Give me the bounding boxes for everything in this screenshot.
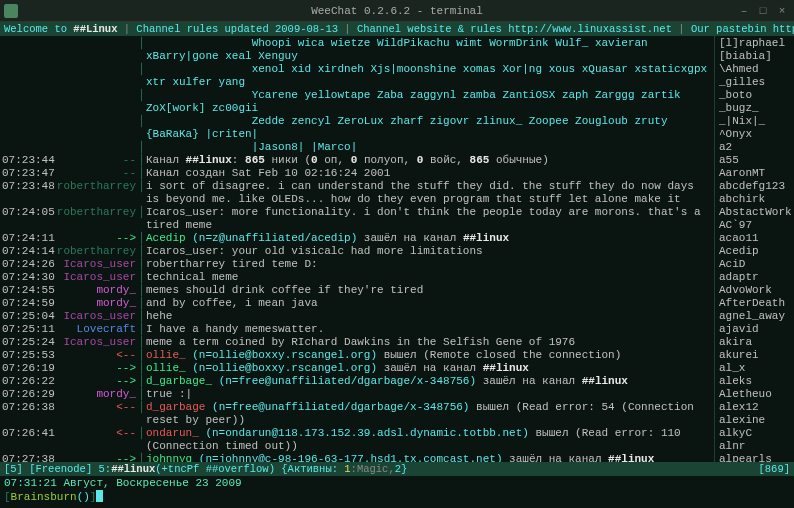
input-modes: (): [77, 490, 90, 504]
input-nick: Brainsburn: [11, 490, 77, 504]
chat-line: 07:26:41<-- │ ondarun_ (n=ondarun@118.17…: [2, 427, 712, 453]
chat-line: 07:26:19--> │ ollie_ (n=ollie@boxxy.rsca…: [2, 362, 712, 375]
nick-item[interactable]: al_x: [719, 362, 790, 375]
chat-line: │ Zedde zencyl ZeroLux zharf zigovr zlin…: [2, 115, 712, 141]
chat-line: │ Whoopi wica wietze WildPikachu wimt Wo…: [2, 37, 712, 63]
chat-line: │ Ycarene yellowtape Zaba zaggynl zamba …: [2, 89, 712, 115]
nick-item[interactable]: AfterDeath: [719, 297, 790, 310]
status-modes: (+tncPf ##overflow): [155, 463, 275, 475]
topic-channel: ##Linux: [73, 23, 117, 35]
chat-line: 07:24:05robertharrey │ Icaros_user: more…: [2, 206, 712, 232]
status-act-name: :Magic,: [351, 463, 395, 475]
maximize-button[interactable]: □: [755, 4, 771, 18]
topic-welcome: Welcome to: [4, 23, 67, 35]
chat-line: 07:26:29mordy_ │ true :|: [2, 388, 712, 401]
nick-item[interactable]: AciD: [719, 258, 790, 271]
nick-item[interactable]: Acedip: [719, 245, 790, 258]
chat-line: 07:24:59mordy_ │ and by coffee, i mean j…: [2, 297, 712, 310]
chat-line: 07:25:04Icaros_user │ hehe: [2, 310, 712, 323]
nick-list[interactable]: [l]raphael[biabia]\Ahmed_gilles_boto_bug…: [714, 36, 794, 462]
main-area: │ Whoopi wica wietze WildPikachu wimt Wo…: [0, 36, 794, 462]
chat-line: 07:24:55mordy_ │ memes should drink coff…: [2, 284, 712, 297]
chat-line: 07:26:38<-- │ d_garbage (n=free@unaffili…: [2, 401, 712, 427]
chat-line: 07:25:53<-- │ ollie_ (n=ollie@boxxy.rsca…: [2, 349, 712, 362]
close-button[interactable]: ×: [774, 4, 790, 18]
nick-item[interactable]: a55: [719, 154, 790, 167]
date-line: 07:31:21 Август, Воскресенье 23 2009: [0, 476, 794, 490]
status-bar: [5] [Freenode] 5:##linux(+tncPf ##overfl…: [0, 462, 794, 476]
minimize-button[interactable]: –: [736, 4, 752, 18]
nick-item[interactable]: _gilles: [719, 76, 790, 89]
nick-item[interactable]: a2: [719, 141, 790, 154]
nick-item[interactable]: ^Onyx: [719, 128, 790, 141]
chat-line: 07:24:14robertharrey │ Icaros_user: your…: [2, 245, 712, 258]
nick-item[interactable]: AaronMT: [719, 167, 790, 180]
nick-item[interactable]: akira: [719, 336, 790, 349]
chat-line: │ xenol xid xirdneh Xjs|moonshine xomas …: [2, 63, 712, 89]
chat-line: 07:25:24Icaros_user │ meme a term coined…: [2, 336, 712, 349]
nick-item[interactable]: akurei: [719, 349, 790, 362]
nick-item[interactable]: alex12: [719, 401, 790, 414]
chat-line: 07:26:22--> │ d_garbage_ (n=free@unaffil…: [2, 375, 712, 388]
chat-line: 07:24:26Icaros_user │ robertharrey tired…: [2, 258, 712, 271]
topic-rules: Channel rules updated 2009-08-13: [136, 23, 338, 35]
chat-line: 07:25:11Lovecraft │ I have a handy memes…: [2, 323, 712, 336]
nick-item[interactable]: AdvoWork: [719, 284, 790, 297]
nick-item[interactable]: abcdefg123: [719, 180, 790, 193]
input-cursor: [96, 490, 103, 502]
chat-line: 07:27:38--> │ johnnyg (n=johnny@c-98-196…: [2, 453, 712, 462]
nick-item[interactable]: alkyC: [719, 427, 790, 440]
chat-line: │ |Jason8| |Marco|: [2, 141, 712, 154]
nick-item[interactable]: AbstactWork: [719, 206, 790, 219]
status-channel: ##linux: [111, 463, 155, 475]
nick-item[interactable]: [biabia]: [719, 50, 790, 63]
window-title: WeeChat 0.2.6.2 - terminal: [311, 5, 483, 17]
nick-item[interactable]: alnr: [719, 440, 790, 453]
nick-item[interactable]: AC`97: [719, 219, 790, 232]
chat-line: 07:23:47-- │ Канал создан Sat Feb 10 02:…: [2, 167, 712, 180]
nick-item[interactable]: acao11: [719, 232, 790, 245]
nick-item[interactable]: agnel_away: [719, 310, 790, 323]
chat-buffer[interactable]: │ Whoopi wica wietze WildPikachu wimt Wo…: [0, 36, 714, 462]
topic-pastebin: Our pastebin http://: [691, 23, 794, 35]
nick-item[interactable]: alexine: [719, 414, 790, 427]
chat-line: 07:24:30Icaros_user │ technical meme: [2, 271, 712, 284]
nick-item[interactable]: aleks: [719, 375, 790, 388]
chat-line: 07:24:11--> │ Acedip (n=z@unaffiliated/a…: [2, 232, 712, 245]
nick-item[interactable]: adaptr: [719, 271, 790, 284]
nick-item[interactable]: _|Nix|_: [719, 115, 790, 128]
app-icon: [4, 4, 18, 18]
nick-item[interactable]: abchirk: [719, 193, 790, 206]
status-nick-count: [869]: [758, 463, 790, 475]
window-controls: – □ ×: [736, 4, 790, 18]
chat-line: 07:23:48robertharrey │ i sort of disagre…: [2, 180, 712, 206]
nick-item[interactable]: Aletheuo: [719, 388, 790, 401]
nick-item[interactable]: ajavid: [719, 323, 790, 336]
topic-website: Channel website & rules http://www.linux…: [357, 23, 672, 35]
channel-topic-bar: Welcome to ##Linux | Channel rules updat…: [0, 22, 794, 36]
nick-item[interactable]: [l]raphael: [719, 37, 790, 50]
input-bar[interactable]: [Brainsburn()]: [0, 490, 794, 504]
nick-item[interactable]: _boto: [719, 89, 790, 102]
window-titlebar: WeeChat 0.2.6.2 - terminal – □ ×: [0, 0, 794, 22]
chat-line: 07:23:44-- │ Канал ##linux: 865 ники (0 …: [2, 154, 712, 167]
status-active-label: {Активны:: [281, 463, 344, 475]
nick-item[interactable]: alpearls: [719, 453, 790, 462]
status-buffer-num: [5] [Freenode] 5:: [4, 463, 111, 475]
date-text: 07:31:21 Август, Воскресенье 23 2009: [4, 477, 242, 489]
nick-item[interactable]: _bugz_: [719, 102, 790, 115]
nick-item[interactable]: \Ahmed: [719, 63, 790, 76]
